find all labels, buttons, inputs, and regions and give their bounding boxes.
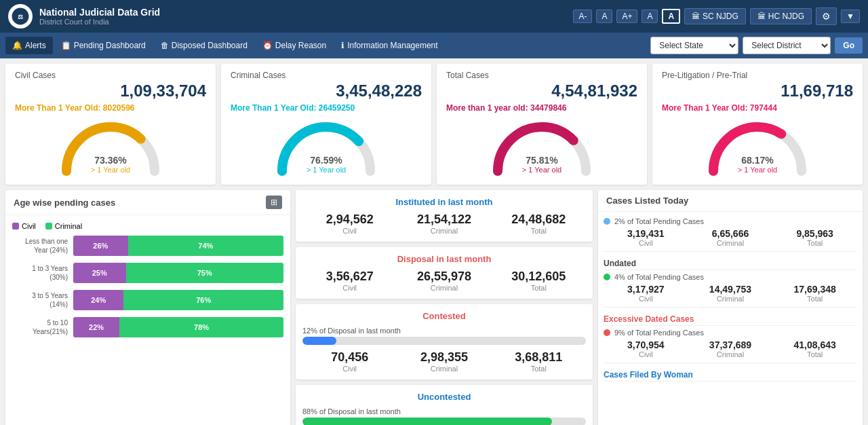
contested-criminal-num: 2,98,355 bbox=[397, 350, 491, 365]
disposed-nav-item[interactable]: 🗑 Disposed Dashboard bbox=[154, 37, 254, 54]
undated-civil-label: Civil bbox=[604, 295, 688, 303]
contested-criminal-label: Criminal bbox=[397, 365, 491, 373]
excessive-total-num: 41,08,643 bbox=[772, 339, 857, 350]
cases-listed-title: Cases Listed Today bbox=[606, 196, 688, 206]
contested-civil-label: Civil bbox=[302, 365, 397, 373]
dropdown-btn[interactable]: ▼ bbox=[841, 10, 860, 23]
civil-cases-number: 1,09,33,704 bbox=[15, 81, 206, 100]
excessive-stats: 3,70,954 Civil 37,37,689 Criminal 41,08,… bbox=[604, 339, 857, 358]
undated-section: Undated 4% of Total Pending Cases 3,17,9… bbox=[604, 256, 857, 303]
cases-listed-total: 9,85,963 Total bbox=[772, 228, 857, 247]
sc-njdg-btn[interactable]: 🏛 SC NJDG bbox=[684, 8, 746, 24]
instituted-title: Instituted in last month bbox=[302, 197, 586, 207]
hc-njdg-btn[interactable]: 🏛 HC NJDG bbox=[750, 8, 812, 24]
pending-icon: 📋 bbox=[61, 41, 71, 50]
cases-listed-stats: 3,19,431 Civil 6,65,666 Criminal 9,85,96… bbox=[604, 228, 857, 247]
header-right: A- A A+ A A 🏛 SC NJDG 🏛 HC NJDG ⚙ ▼ bbox=[573, 7, 860, 25]
font-normal-btn[interactable]: A bbox=[596, 10, 612, 23]
sc-icon: 🏛 bbox=[692, 12, 700, 21]
civil-percent: 73.36% bbox=[91, 155, 130, 166]
settings-btn[interactable]: ⚙ bbox=[816, 7, 837, 25]
contested-total: 3,68,811 Total bbox=[492, 350, 586, 373]
cases-listed-criminal-label: Criminal bbox=[688, 239, 773, 247]
go-button[interactable]: Go bbox=[835, 37, 863, 54]
age-wise-panel: Age wise pending cases ⊞ Civil Criminal … bbox=[5, 190, 290, 425]
filter-controls: Select State Select District Go bbox=[650, 37, 863, 54]
bar-civil-1: 25% bbox=[73, 263, 126, 283]
bar-civil-3: 22% bbox=[73, 317, 119, 337]
uncontested-progress-track bbox=[302, 418, 586, 425]
excessive-criminal-label: Criminal bbox=[688, 350, 773, 358]
disposal-card: Disposal in last month 3,56,627 Civil 26… bbox=[296, 247, 593, 299]
right-panel-body: 2% of Total Pending Cases 3,19,431 Civil… bbox=[598, 212, 863, 390]
instituted-card: Instituted in last month 2,94,562 Civil … bbox=[296, 190, 593, 242]
disposal-total-num: 30,12,605 bbox=[492, 270, 586, 284]
delay-nav-item[interactable]: ⏰ Delay Reason bbox=[256, 37, 333, 54]
criminal-legend-label: Criminal bbox=[55, 222, 82, 230]
instituted-civil-label: Civil bbox=[302, 227, 397, 235]
contested-civil-num: 70,456 bbox=[302, 350, 397, 365]
uncontested-progress-label: 88% of Disposal in last month bbox=[302, 407, 586, 415]
prelitigation-number: 11,69,718 bbox=[662, 81, 853, 100]
total-gauge-container: 75.81% > 1 Year old bbox=[446, 117, 637, 178]
excessive-total: 41,08,643 Total bbox=[772, 339, 857, 358]
civil-gauge-text: 73.36% > 1 Year old bbox=[91, 155, 130, 174]
font-active-btn[interactable]: A bbox=[662, 9, 680, 24]
stats-row: Civil Cases 1,09,33,704 More Than 1 Year… bbox=[0, 58, 868, 190]
undated-label: Undated bbox=[604, 256, 857, 270]
hc-njdg-label: HC NJDG bbox=[768, 12, 804, 21]
bar-criminal-2: 76% bbox=[123, 290, 283, 310]
criminal-cases-number: 3,45,48,228 bbox=[231, 81, 422, 100]
disposal-civil-label: Civil bbox=[302, 284, 397, 292]
age-table-toggle[interactable]: ⊞ bbox=[266, 196, 282, 209]
contested-total-label: Total bbox=[492, 365, 586, 373]
alerts-label: Alerts bbox=[25, 41, 46, 50]
criminal-gauge-container: 76.59% > 1 Year old bbox=[231, 117, 422, 178]
app-header: ⚖ National Judicial Data Grid District C… bbox=[0, 0, 868, 33]
instituted-criminal: 21,54,122 Criminal bbox=[397, 212, 491, 235]
contested-stats: 70,456 Civil 2,98,355 Criminal 3,68,811 … bbox=[302, 350, 586, 373]
pending-nav-item[interactable]: 📋 Pending Dashboard bbox=[54, 37, 153, 54]
info-label: Information Management bbox=[347, 41, 437, 50]
cases-listed-civil-label: Civil bbox=[604, 239, 688, 247]
font-small-btn[interactable]: A- bbox=[573, 10, 592, 23]
bar-row-0: Less than one Year (24%) 26% 74% bbox=[12, 236, 283, 256]
bottom-section: Age wise pending cases ⊞ Civil Criminal … bbox=[0, 190, 868, 425]
cases-listed-dot bbox=[604, 218, 610, 225]
criminal-cases-title: Criminal Cases bbox=[231, 71, 422, 80]
prelitigation-percent: 68.17% bbox=[738, 155, 777, 166]
contested-total-num: 3,68,811 bbox=[492, 350, 586, 365]
cases-filed-woman-section: Cases Filed By Woman bbox=[604, 367, 857, 382]
state-select[interactable]: Select State bbox=[650, 37, 738, 54]
bar-label-3: 5 to 10 Years(21%) bbox=[12, 318, 73, 336]
criminal-cases-card: Criminal Cases 3,45,48,228 More Than 1 Y… bbox=[221, 64, 431, 185]
font-a-btn[interactable]: A bbox=[642, 10, 658, 23]
district-select[interactable]: Select District bbox=[743, 37, 831, 54]
prelitigation-title: Pre-Litigation / Pre-Trial bbox=[662, 71, 853, 80]
hc-icon: 🏛 bbox=[757, 12, 766, 21]
criminal-more-than: More Than 1 Year Old: 26459250 bbox=[231, 103, 422, 113]
total-gauge-text: 75.81% > 1 Year old bbox=[522, 155, 561, 174]
font-large-btn[interactable]: A+ bbox=[616, 10, 637, 23]
disposal-civil: 3,56,627 Civil bbox=[302, 270, 397, 292]
bar-label-1: 1 to 3 Years (30%) bbox=[12, 264, 73, 282]
excessive-civil: 3,70,954 Civil bbox=[604, 339, 688, 358]
divider-1 bbox=[604, 251, 857, 252]
alerts-nav-item[interactable]: 🔔 Alerts bbox=[5, 37, 53, 54]
cases-listed-total-num: 9,85,963 bbox=[772, 228, 857, 239]
excessive-criminal-num: 37,37,689 bbox=[688, 339, 773, 350]
total-more-than: More than 1 year old: 34479846 bbox=[446, 103, 637, 113]
contested-progress-fill bbox=[302, 337, 336, 345]
sc-njdg-label: SC NJDG bbox=[703, 12, 738, 21]
cases-listed-pct-label: 2% of Total Pending Cases bbox=[614, 217, 704, 225]
disposal-civil-num: 3,56,627 bbox=[302, 270, 397, 284]
total-cases-number: 4,54,81,932 bbox=[446, 81, 637, 100]
info-nav-item[interactable]: ℹ Information Management bbox=[334, 37, 444, 54]
total-cases-title: Total Cases bbox=[446, 71, 637, 80]
contested-progress-track bbox=[302, 337, 586, 345]
age-wise-header: Age wise pending cases ⊞ bbox=[5, 190, 290, 215]
cases-listed-section: 2% of Total Pending Cases 3,19,431 Civil… bbox=[604, 217, 857, 247]
excessive-civil-label: Civil bbox=[604, 350, 688, 358]
prelitigation-more-than: More Than 1 Year Old: 797444 bbox=[662, 103, 853, 113]
undated-dot bbox=[604, 274, 610, 280]
